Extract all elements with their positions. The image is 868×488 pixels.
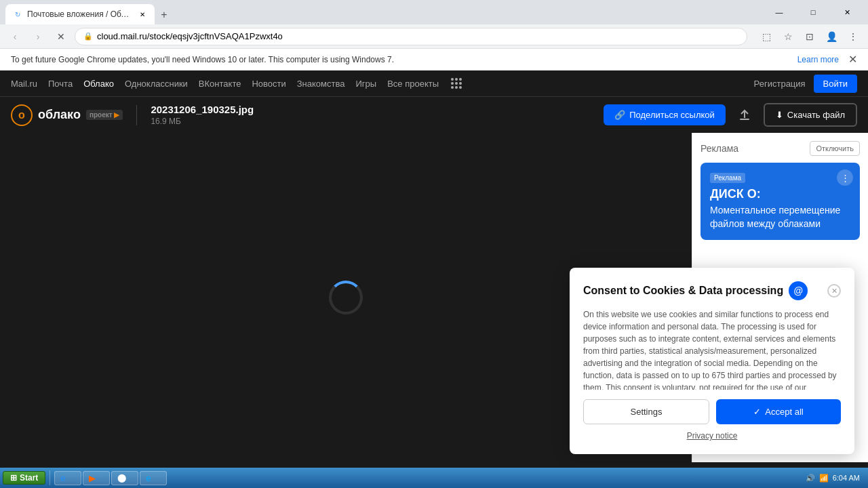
cookie-title-text: Consent to Cookies & Data processing: [583, 285, 783, 297]
upload-button[interactable]: [732, 103, 757, 127]
windows-icon: ⊞: [10, 473, 17, 483]
cookie-consent-dialog: Consent to Cookies & Data processing @ ✕…: [570, 268, 854, 454]
ad-card-badge: Реклама: [710, 173, 745, 183]
register-link[interactable]: Регистрация: [754, 79, 806, 89]
oblako-logo: о облако проект ▶: [11, 104, 123, 126]
taskbar-divider: [50, 470, 50, 485]
nav-oblako[interactable]: Облако: [83, 79, 114, 89]
maximize-button[interactable]: □: [797, 3, 829, 22]
chrome-tabs: ↻ Почтовые вложения / Облако Ма... ✕ +: [5, 0, 731, 24]
nav-vse-proekty[interactable]: Все проекты: [387, 79, 439, 89]
logo-circle-icon: о: [11, 104, 33, 126]
toolbar-divider: [136, 105, 137, 125]
chrome-addressbar: ‹ › ✕ 🔒 cloud.mail.ru/stock/eqsjv3jcftnV…: [0, 24, 868, 49]
ad-brand: ДИСК О:: [710, 187, 850, 201]
cookie-actions: Settings ✓ Accept all: [583, 399, 841, 424]
file-info: 20231206_190325.jpg 16.9 МБ: [151, 104, 254, 126]
learn-more-link[interactable]: Learn more: [797, 55, 839, 64]
nav-mailru[interactable]: Mail.ru: [11, 79, 37, 89]
svg-rect-0: [740, 119, 749, 120]
mailru-badge-icon: @: [789, 281, 808, 300]
taskbar-right: 🔊 📶 6:04 AM: [800, 474, 865, 483]
start-button[interactable]: ⊞ Start: [3, 471, 45, 485]
close-button[interactable]: ✕: [831, 3, 863, 22]
forward-button[interactable]: ›: [28, 27, 47, 46]
active-tab[interactable]: ↻ Почтовые вложения / Облако Ма... ✕: [5, 4, 155, 24]
sidebar-view-icon[interactable]: ⊡: [800, 27, 819, 46]
bookmark-icon[interactable]: ☆: [778, 27, 797, 46]
start-label: Start: [20, 473, 38, 483]
chrome-titlebar: ↻ Почтовые вложения / Облако Ма... ✕ + —…: [0, 0, 868, 24]
nav-igry[interactable]: Игры: [355, 79, 376, 89]
file-name: 20231206_190325.jpg: [151, 104, 254, 115]
download-button[interactable]: ⬇ Скачать файл: [764, 103, 857, 127]
update-banner: To get future Google Chrome updates, you…: [0, 49, 868, 70]
cookie-header: Consent to Cookies & Data processing @ ✕: [583, 281, 841, 300]
nav-pochta[interactable]: Почта: [48, 79, 73, 89]
mailru-nav: Mail.ru Почта Облако Одноклассники ВКонт…: [0, 70, 868, 96]
cookie-close-btn[interactable]: ✕: [827, 284, 841, 298]
nav-znakomstva[interactable]: Знакомства: [297, 79, 345, 89]
ad-text: Моментальное перемещение файлов между об…: [710, 204, 850, 230]
share-button[interactable]: 🔗 Поделиться ссылкой: [604, 104, 726, 125]
nav-odnoklassniki[interactable]: Одноклассники: [125, 79, 188, 89]
lock-icon: 🔒: [83, 32, 93, 41]
update-banner-text: To get future Google Chrome updates, you…: [11, 55, 394, 64]
taskbar-time: 6:04 AM: [833, 474, 860, 482]
oblako-toolbar: о облако проект ▶ 20231206_190325.jpg 16…: [0, 96, 868, 133]
sidebar-header: Реклама Отключить: [701, 141, 860, 156]
back-button[interactable]: ‹: [5, 27, 24, 46]
minimize-button[interactable]: —: [764, 3, 795, 22]
cast-icon[interactable]: ⬚: [757, 27, 776, 46]
taskbar-item-edge[interactable]: e: [140, 471, 167, 485]
banner-right: Learn more ✕: [797, 53, 857, 66]
disable-ads-button[interactable]: Отключить: [810, 141, 860, 156]
cookie-body-text: On this website we use cookies and simil…: [583, 308, 841, 390]
grid-icon[interactable]: [450, 77, 463, 90]
new-tab-button[interactable]: +: [155, 5, 174, 24]
cookie-accept-button[interactable]: ✓ Accept all: [716, 399, 841, 424]
taskbar-items: e ▶ ⬤ e: [54, 471, 798, 485]
ads-label: Реклама: [701, 143, 738, 154]
ad-card: Реклама ⋮ ДИСК О: Моментальное перемещен…: [701, 163, 860, 240]
logo-text: облако: [38, 108, 81, 122]
banner-close-btn[interactable]: ✕: [848, 53, 857, 66]
taskbar-network-icon[interactable]: 📶: [819, 474, 829, 483]
address-text: cloud.mail.ru/stock/eqsjv3jcftnVSAQA1Pzw…: [97, 31, 283, 41]
toolbar-actions: 🔗 Поделиться ссылкой ⬇ Скачать файл: [604, 103, 857, 127]
proekt-badge: проект ▶: [86, 110, 123, 120]
nav-novosti[interactable]: Новости: [252, 79, 285, 89]
address-bar[interactable]: 🔒 cloud.mail.ru/stock/eqsjv3jcftnVSAQA1P…: [75, 28, 747, 45]
tab-title: Почтовые вложения / Облако Ма...: [27, 9, 133, 19]
checkmark-icon: ✓: [753, 407, 761, 417]
cookie-settings-button[interactable]: Settings: [583, 399, 709, 424]
ad-card-menu-btn[interactable]: ⋮: [837, 169, 853, 186]
tab-favicon: ↻: [12, 9, 23, 20]
share-label: Поделиться ссылкой: [629, 110, 715, 120]
taskbar-volume-icon[interactable]: 🔊: [806, 474, 815, 483]
nav-vkontakte[interactable]: ВКонтакте: [199, 79, 241, 89]
taskbar-item-chrome[interactable]: ⬤: [111, 471, 138, 485]
taskbar-item-wmp[interactable]: ▶: [83, 471, 110, 485]
taskbar: ⊞ Start e ▶ ⬤ e 🔊 📶 6:04 AM: [0, 468, 868, 488]
profile-icon[interactable]: 👤: [822, 27, 841, 46]
accept-label: Accept all: [765, 407, 803, 417]
download-icon: ⬇: [776, 110, 783, 120]
nav-right: Регистрация Войти: [754, 75, 857, 93]
download-label: Скачать файл: [787, 110, 845, 120]
reload-button[interactable]: ✕: [52, 27, 71, 46]
menu-icon[interactable]: ⋮: [844, 27, 863, 46]
browser-action-icons: ⬚ ☆ ⊡ 👤 ⋮: [757, 27, 863, 46]
privacy-notice-link[interactable]: Privacy notice: [583, 431, 841, 441]
file-size: 16.9 МБ: [151, 117, 254, 126]
loading-spinner: [329, 281, 363, 314]
taskbar-item-ie[interactable]: e: [54, 471, 81, 485]
tab-close-btn[interactable]: ✕: [137, 9, 148, 20]
login-button[interactable]: Войти: [814, 75, 857, 93]
window-controls: — □ ✕: [764, 3, 863, 22]
share-icon: 🔗: [614, 110, 625, 120]
cookie-title: Consent to Cookies & Data processing @: [583, 281, 808, 300]
